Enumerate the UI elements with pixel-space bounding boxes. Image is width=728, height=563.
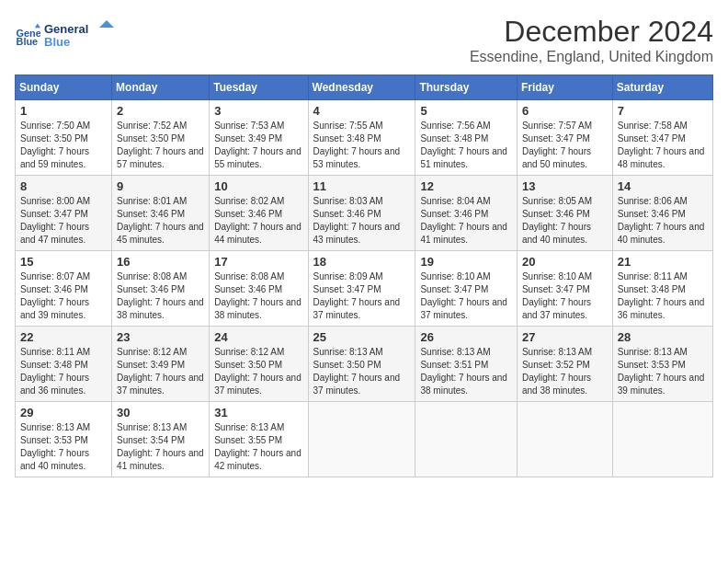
day-number: 17 <box>214 255 302 269</box>
logo: General Blue General Blue <box>15 18 118 52</box>
day-info: Sunrise: 8:04 AM Sunset: 3:46 PM Dayligh… <box>420 195 512 247</box>
day-number: 26 <box>420 330 512 344</box>
calendar-day-cell: 20 Sunrise: 8:10 AM Sunset: 3:47 PM Dayl… <box>517 251 612 327</box>
calendar-day-cell: 8 Sunrise: 8:00 AM Sunset: 3:47 PM Dayli… <box>16 176 112 251</box>
calendar-day-cell: 18 Sunrise: 8:09 AM Sunset: 3:47 PM Dayl… <box>308 251 415 327</box>
day-info: Sunrise: 7:52 AM Sunset: 3:50 PM Dayligh… <box>117 120 204 171</box>
calendar-day-cell <box>415 402 518 477</box>
logo-text: General Blue <box>44 18 118 52</box>
day-number: 18 <box>313 255 411 269</box>
day-number: 25 <box>313 330 411 344</box>
day-info: Sunrise: 8:13 AM Sunset: 3:51 PM Dayligh… <box>420 346 512 397</box>
day-info: Sunrise: 7:55 AM Sunset: 3:48 PM Dayligh… <box>313 120 411 171</box>
calendar-day-cell: 22 Sunrise: 8:11 AM Sunset: 3:48 PM Dayl… <box>16 327 112 402</box>
day-info: Sunrise: 8:13 AM Sunset: 3:52 PM Dayligh… <box>522 346 608 397</box>
day-info: Sunrise: 8:11 AM Sunset: 3:48 PM Dayligh… <box>618 270 708 322</box>
page-title: December 2024 <box>470 15 713 49</box>
svg-marker-2 <box>35 24 40 29</box>
calendar-day-cell: 13 Sunrise: 8:05 AM Sunset: 3:46 PM Dayl… <box>517 176 612 251</box>
calendar-day-cell: 21 Sunrise: 8:11 AM Sunset: 3:48 PM Dayl… <box>612 251 712 327</box>
calendar-day-cell <box>517 402 612 477</box>
day-info: Sunrise: 7:56 AM Sunset: 3:48 PM Dayligh… <box>420 120 512 171</box>
day-info: Sunrise: 8:00 AM Sunset: 3:47 PM Dayligh… <box>20 195 107 247</box>
day-number: 15 <box>20 255 107 269</box>
day-info: Sunrise: 8:02 AM Sunset: 3:46 PM Dayligh… <box>214 195 302 247</box>
calendar-day-cell: 30 Sunrise: 8:13 AM Sunset: 3:54 PM Dayl… <box>112 402 210 477</box>
calendar-day-header: Friday <box>517 75 612 100</box>
day-info: Sunrise: 8:07 AM Sunset: 3:46 PM Dayligh… <box>20 270 107 322</box>
day-info: Sunrise: 8:08 AM Sunset: 3:46 PM Dayligh… <box>214 270 302 322</box>
calendar-day-header: Monday <box>112 75 210 100</box>
day-number: 5 <box>420 104 512 118</box>
calendar-day-cell: 27 Sunrise: 8:13 AM Sunset: 3:52 PM Dayl… <box>517 327 612 402</box>
title-block: December 2024 Essendine, England, United… <box>470 15 713 65</box>
calendar-day-header: Saturday <box>612 75 712 100</box>
calendar-day-cell: 19 Sunrise: 8:10 AM Sunset: 3:47 PM Dayl… <box>415 251 518 327</box>
day-info: Sunrise: 8:11 AM Sunset: 3:48 PM Dayligh… <box>20 346 107 397</box>
day-info: Sunrise: 7:57 AM Sunset: 3:47 PM Dayligh… <box>522 120 608 171</box>
day-info: Sunrise: 8:03 AM Sunset: 3:46 PM Dayligh… <box>313 195 411 247</box>
calendar-day-cell: 26 Sunrise: 8:13 AM Sunset: 3:51 PM Dayl… <box>415 327 518 402</box>
calendar-day-cell: 28 Sunrise: 8:13 AM Sunset: 3:53 PM Dayl… <box>612 327 712 402</box>
day-number: 1 <box>20 104 107 118</box>
day-info: Sunrise: 7:50 AM Sunset: 3:50 PM Dayligh… <box>20 120 107 171</box>
day-info: Sunrise: 8:10 AM Sunset: 3:47 PM Dayligh… <box>522 270 608 322</box>
calendar-week-row: 29 Sunrise: 8:13 AM Sunset: 3:53 PM Dayl… <box>16 402 713 477</box>
day-info: Sunrise: 8:06 AM Sunset: 3:46 PM Dayligh… <box>618 195 708 247</box>
calendar-day-cell <box>612 402 712 477</box>
day-number: 30 <box>117 406 204 419</box>
calendar-day-cell: 3 Sunrise: 7:53 AM Sunset: 3:49 PM Dayli… <box>210 100 308 176</box>
day-info: Sunrise: 8:13 AM Sunset: 3:50 PM Dayligh… <box>313 346 411 397</box>
calendar-day-cell: 4 Sunrise: 7:55 AM Sunset: 3:48 PM Dayli… <box>308 100 415 176</box>
svg-text:Blue: Blue <box>44 35 70 49</box>
svg-text:Blue: Blue <box>17 36 39 47</box>
calendar-day-cell: 31 Sunrise: 8:13 AM Sunset: 3:55 PM Dayl… <box>210 402 308 477</box>
day-number: 27 <box>522 330 608 344</box>
day-number: 21 <box>618 255 708 269</box>
day-number: 19 <box>420 255 512 269</box>
logo-icon: General Blue <box>15 22 40 48</box>
calendar-day-cell: 1 Sunrise: 7:50 AM Sunset: 3:50 PM Dayli… <box>16 100 112 176</box>
calendar-header-row: SundayMondayTuesdayWednesdayThursdayFrid… <box>16 75 713 100</box>
day-info: Sunrise: 7:58 AM Sunset: 3:47 PM Dayligh… <box>618 120 708 171</box>
day-number: 31 <box>214 406 302 419</box>
day-number: 14 <box>618 179 708 193</box>
day-number: 12 <box>420 179 512 193</box>
day-number: 8 <box>20 179 107 193</box>
calendar-week-row: 1 Sunrise: 7:50 AM Sunset: 3:50 PM Dayli… <box>16 100 713 176</box>
calendar-day-cell: 9 Sunrise: 8:01 AM Sunset: 3:46 PM Dayli… <box>112 176 210 251</box>
day-number: 24 <box>214 330 302 344</box>
day-number: 16 <box>117 255 204 269</box>
calendar-day-cell: 2 Sunrise: 7:52 AM Sunset: 3:50 PM Dayli… <box>112 100 210 176</box>
calendar-day-cell: 17 Sunrise: 8:08 AM Sunset: 3:46 PM Dayl… <box>210 251 308 327</box>
day-number: 20 <box>522 255 608 269</box>
day-info: Sunrise: 8:09 AM Sunset: 3:47 PM Dayligh… <box>313 270 411 322</box>
day-info: Sunrise: 8:05 AM Sunset: 3:46 PM Dayligh… <box>522 195 608 247</box>
calendar-day-cell: 25 Sunrise: 8:13 AM Sunset: 3:50 PM Dayl… <box>308 327 415 402</box>
calendar-day-header: Sunday <box>16 75 112 100</box>
day-number: 2 <box>117 104 204 118</box>
day-info: Sunrise: 8:13 AM Sunset: 3:54 PM Dayligh… <box>117 421 204 473</box>
svg-marker-5 <box>99 20 114 28</box>
day-number: 28 <box>618 330 708 344</box>
day-info: Sunrise: 7:53 AM Sunset: 3:49 PM Dayligh… <box>214 120 302 171</box>
day-number: 3 <box>214 104 302 118</box>
day-number: 7 <box>618 104 708 118</box>
day-info: Sunrise: 8:08 AM Sunset: 3:46 PM Dayligh… <box>117 270 204 322</box>
calendar-day-cell <box>308 402 415 477</box>
day-number: 11 <box>313 179 411 193</box>
day-info: Sunrise: 8:13 AM Sunset: 3:53 PM Dayligh… <box>20 421 107 473</box>
calendar-day-header: Tuesday <box>210 75 308 100</box>
calendar-week-row: 8 Sunrise: 8:00 AM Sunset: 3:47 PM Dayli… <box>16 176 713 251</box>
day-info: Sunrise: 8:13 AM Sunset: 3:53 PM Dayligh… <box>618 346 708 397</box>
calendar-week-row: 22 Sunrise: 8:11 AM Sunset: 3:48 PM Dayl… <box>16 327 713 402</box>
day-number: 4 <box>313 104 411 118</box>
calendar-day-cell: 14 Sunrise: 8:06 AM Sunset: 3:46 PM Dayl… <box>612 176 712 251</box>
calendar-table: SundayMondayTuesdayWednesdayThursdayFrid… <box>15 75 713 477</box>
calendar-day-cell: 12 Sunrise: 8:04 AM Sunset: 3:46 PM Dayl… <box>415 176 518 251</box>
day-number: 22 <box>20 330 107 344</box>
calendar-day-cell: 16 Sunrise: 8:08 AM Sunset: 3:46 PM Dayl… <box>112 251 210 327</box>
page-subtitle: Essendine, England, United Kingdom <box>470 49 713 65</box>
calendar-day-cell: 10 Sunrise: 8:02 AM Sunset: 3:46 PM Dayl… <box>210 176 308 251</box>
calendar-day-cell: 15 Sunrise: 8:07 AM Sunset: 3:46 PM Dayl… <box>16 251 112 327</box>
